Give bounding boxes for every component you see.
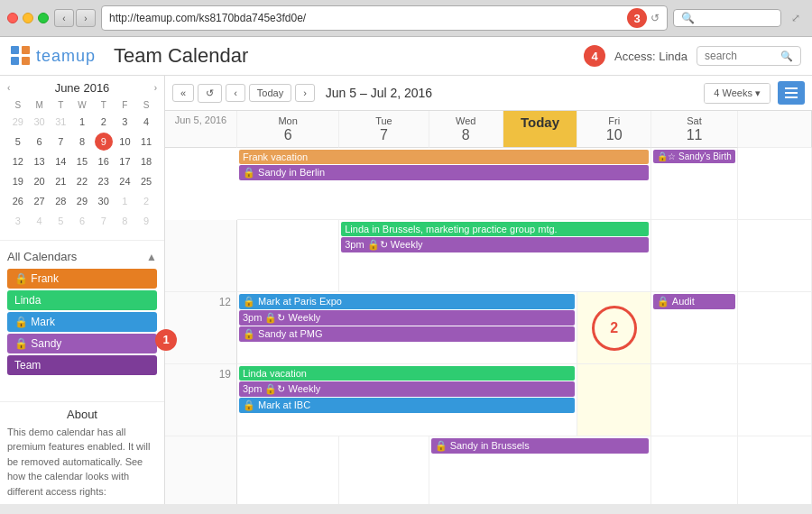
event-linda-brussels[interactable]: Linda in Brussels, marketing practice gr…: [341, 222, 649, 236]
event-sandy-brussels-2[interactable]: 🔒 Sandy in Brussels: [431, 438, 650, 454]
maximize-button[interactable]: [38, 13, 49, 23]
mini-cal-day[interactable]: 8: [115, 212, 134, 230]
browser-search[interactable]: 🔍: [673, 9, 781, 27]
event-weekly-1[interactable]: 3pm 🔒↻ Weekly: [341, 237, 649, 252]
mini-cal-day[interactable]: 11: [137, 133, 155, 151]
nav-refresh-button[interactable]: ↺: [198, 84, 222, 103]
reload-button[interactable]: ↺: [651, 12, 660, 24]
day-cell-sat-1b[interactable]: [738, 220, 812, 292]
mini-cal-day[interactable]: 9: [137, 212, 155, 230]
mini-cal-day[interactable]: 7: [95, 212, 113, 230]
calendar-item-frank[interactable]: 🔒 Frank: [7, 269, 157, 289]
event-linda-vacation[interactable]: Linda vacation: [239, 366, 575, 381]
calendar-item-linda[interactable]: Linda: [7, 290, 157, 310]
nav-prev-button[interactable]: ‹: [226, 84, 245, 102]
browser-search-input[interactable]: [695, 13, 767, 23]
day-cell-fri-3[interactable]: [651, 364, 737, 436]
hamburger-menu-button[interactable]: [778, 81, 805, 105]
day-cell-mon-3b[interactable]: [237, 436, 339, 504]
day-cell-sat-2[interactable]: [738, 292, 812, 364]
forward-button[interactable]: ›: [76, 9, 96, 27]
mini-cal-day[interactable]: 4: [31, 212, 49, 230]
mini-cal-day[interactable]: 10: [115, 133, 134, 151]
mini-cal-day[interactable]: 4: [137, 113, 155, 131]
mini-cal-day[interactable]: 13: [31, 152, 49, 170]
fullscreen-button[interactable]: ⤢: [787, 9, 805, 27]
mini-cal-day[interactable]: 2: [95, 113, 113, 131]
4weeks-view-button[interactable]: 4 Weeks ▾: [705, 84, 770, 103]
event-frank-vacation[interactable]: Frank vacation: [239, 150, 649, 164]
calendar-item-mark[interactable]: 🔒 Mark: [7, 312, 157, 332]
mini-cal-day[interactable]: 1: [115, 192, 134, 210]
day-cell-today-2[interactable]: 2: [577, 292, 651, 364]
day-cell-mon-1[interactable]: Frank vacation 🔒 Sandy in Berlin: [237, 148, 651, 220]
mini-cal-day[interactable]: 29: [9, 113, 27, 131]
day-cell-today-3[interactable]: [577, 364, 651, 436]
mini-cal-day[interactable]: 3: [115, 113, 134, 131]
close-button[interactable]: [7, 13, 18, 23]
event-weekly-3[interactable]: 3pm 🔒↻ Weekly: [239, 381, 575, 397]
mini-cal-day[interactable]: 6: [31, 133, 49, 151]
mini-cal-day[interactable]: 26: [9, 192, 27, 210]
mini-cal-day[interactable]: 30: [31, 113, 49, 131]
day-cell-tue-1b[interactable]: Linda in Brussels, marketing practice gr…: [339, 220, 651, 292]
mini-cal-day[interactable]: 8: [73, 133, 91, 151]
mini-cal-day[interactable]: 15: [73, 152, 91, 170]
mini-cal-day[interactable]: 2: [137, 192, 155, 210]
mini-cal-day[interactable]: 21: [51, 172, 69, 190]
day-cell-fri-2[interactable]: 🔒 Audit: [651, 292, 737, 364]
nav-next-button[interactable]: ›: [295, 84, 315, 102]
mini-cal-day[interactable]: 24: [115, 172, 134, 190]
mini-cal-day[interactable]: 6: [73, 212, 91, 230]
day-cell-sat-3b[interactable]: [738, 436, 812, 504]
mini-cal-next[interactable]: ›: [154, 83, 157, 93]
mini-cal-day[interactable]: 14: [51, 152, 69, 170]
day-cell-mon-2[interactable]: 🔒 Mark at Paris Expo 3pm 🔒↻ Weekly 🔒 San…: [237, 292, 577, 364]
mini-cal-day[interactable]: 18: [137, 152, 155, 170]
calendar-item-sandy[interactable]: 🔒 Sandy: [7, 334, 157, 353]
mini-cal-day[interactable]: 12: [9, 152, 27, 170]
mini-cal-day[interactable]: 19: [9, 172, 27, 190]
day-cell-mon-1b[interactable]: [237, 220, 339, 292]
day-cell-fri-3b[interactable]: [651, 436, 737, 504]
back-button[interactable]: ‹: [54, 9, 74, 27]
day-cell-sat-3[interactable]: [738, 364, 812, 436]
mini-cal-day[interactable]: 20: [31, 172, 49, 190]
today-button[interactable]: Today: [249, 84, 291, 102]
mini-cal-day[interactable]: 3: [9, 212, 27, 230]
mini-cal-prev[interactable]: ‹: [7, 83, 10, 93]
mini-cal-today[interactable]: 9: [95, 133, 113, 151]
calendar-item-team[interactable]: Team: [7, 355, 157, 375]
event-audit[interactable]: 🔒 Audit: [653, 294, 734, 309]
event-sandys-birthday[interactable]: 🔒☆ Sandy's Birth: [653, 150, 734, 163]
collapse-calendars-button[interactable]: ▲: [146, 251, 157, 263]
mini-cal-day[interactable]: 30: [95, 192, 113, 210]
mini-cal-day[interactable]: 22: [73, 172, 91, 190]
mini-cal-day[interactable]: 7: [51, 133, 69, 151]
mini-cal-day[interactable]: 31: [51, 113, 69, 131]
day-cell-sat-1[interactable]: [738, 148, 812, 220]
mini-cal-day[interactable]: 17: [115, 152, 134, 170]
search-box[interactable]: 🔍: [697, 46, 801, 66]
event-sandy-pmg[interactable]: 🔒 Sandy at PMG: [239, 326, 575, 342]
day-cell-tue-3b[interactable]: [339, 436, 429, 504]
mini-cal-day[interactable]: 23: [95, 172, 113, 190]
mini-cal-day[interactable]: 29: [73, 192, 91, 210]
mini-cal-day[interactable]: 5: [51, 212, 69, 230]
mini-cal-day[interactable]: 27: [31, 192, 49, 210]
day-cell-fri-1[interactable]: 🔒☆ Sandy's Birth: [651, 148, 737, 220]
search-input[interactable]: [705, 50, 777, 62]
day-cell-wed-3b[interactable]: 🔒 Sandy in Brussels: [429, 436, 652, 504]
day-cell-fri-1b[interactable]: [651, 220, 737, 292]
nav-prev-prev-button[interactable]: «: [172, 84, 194, 102]
event-mark-ibc[interactable]: 🔒 Mark at IBC: [239, 398, 575, 413]
minimize-button[interactable]: [23, 13, 33, 23]
mini-cal-day[interactable]: 16: [95, 152, 113, 170]
mini-cal-day[interactable]: 25: [137, 172, 155, 190]
mini-cal-day[interactable]: 5: [9, 133, 27, 151]
event-mark-paris[interactable]: 🔒 Mark at Paris Expo: [239, 294, 575, 309]
mini-cal-day[interactable]: 1: [73, 113, 91, 131]
mini-cal-day[interactable]: 28: [51, 192, 69, 210]
event-weekly-2[interactable]: 3pm 🔒↻ Weekly: [239, 310, 575, 326]
day-cell-mon-3[interactable]: Linda vacation 3pm 🔒↻ Weekly 🔒 Mark at I…: [237, 364, 577, 436]
